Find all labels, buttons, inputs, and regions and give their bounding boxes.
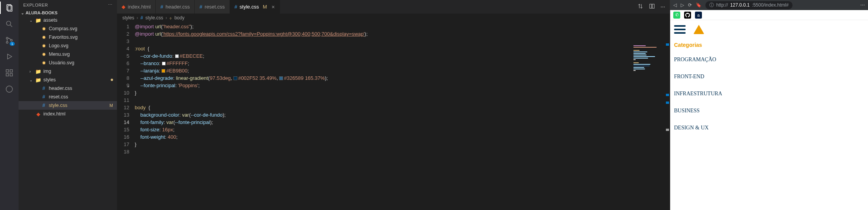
info-icon: ⓘ — [709, 2, 714, 9]
svg-icon: ✸ — [40, 26, 47, 32]
svg-point-6 — [10, 40, 12, 41]
css-icon: # — [40, 103, 47, 108]
tab-reset-css[interactable]: #reset.css — [195, 0, 230, 14]
logo-icon[interactable] — [693, 25, 704, 34]
devtools-toolbar: ◁ ▷ ⟳ 🔖 ⓘ http://127.0.0.1:5500/index.ht… — [670, 0, 868, 10]
svg-rect-13 — [650, 4, 652, 9]
file-svg[interactable]: ✸Compras.svg — [19, 24, 117, 33]
html-icon: ◆ — [122, 4, 125, 10]
project-name: ALURA-BOOKS — [26, 10, 58, 15]
html-icon: ◆ — [35, 111, 42, 117]
activity-bar: 1 — [0, 0, 19, 210]
close-icon[interactable]: × — [272, 4, 275, 10]
url-bar[interactable]: ⓘ http://127.0.0.1:5500/index.html# — [705, 1, 793, 9]
code-editor[interactable]: 123456789⌄101112131415161718 @import url… — [117, 22, 670, 210]
file-svg[interactable]: ✸Favoritos.svg — [19, 33, 117, 41]
sidebar-more-icon[interactable]: ⋯ — [108, 2, 113, 7]
svg-point-4 — [6, 37, 8, 39]
back-icon[interactable]: ◁ — [673, 2, 677, 8]
debug-icon[interactable] — [5, 52, 14, 61]
tab-style-css[interactable]: #style.cssM× — [230, 0, 280, 14]
more-icon[interactable]: ⋯ — [860, 2, 865, 8]
file-css-active[interactable]: #style.cssM — [19, 101, 117, 110]
github-icon[interactable] — [5, 84, 14, 94]
svg-marker-7 — [7, 54, 12, 59]
categorias-label: Categorias — [670, 39, 868, 51]
folder-assets[interactable]: ⌄📁assets — [19, 16, 117, 24]
alura-icon[interactable]: a — [695, 12, 702, 19]
sidebar-header: EXPLORER ⋯ — [19, 0, 117, 10]
category-menu: PROGRAMAÇÃO FRONT-END INFRAESTRUTURA BUS… — [670, 51, 868, 136]
project-root[interactable]: ⌄ ALURA-BOOKS — [19, 10, 117, 16]
css-icon: # — [40, 94, 47, 100]
svg-point-5 — [6, 41, 8, 43]
css-icon: # — [40, 86, 47, 91]
tab-header-css[interactable]: #header.css — [156, 0, 195, 14]
explorer-icon[interactable] — [5, 3, 14, 12]
forward-icon[interactable]: ▷ — [681, 2, 684, 8]
line-gutter: 123456789⌄101112131415161718 — [117, 22, 135, 210]
menu-item[interactable]: BUSINESS — [670, 102, 868, 119]
more-icon[interactable]: ⋯ — [660, 4, 665, 10]
svg-point-2 — [7, 21, 11, 26]
menu-item[interactable]: PROGRAMAÇÃO — [670, 51, 868, 68]
svg-rect-11 — [10, 70, 12, 72]
bookmark-icon[interactable]: 🔖 — [696, 2, 702, 8]
compare-icon[interactable] — [637, 3, 643, 10]
svg-line-3 — [10, 25, 12, 27]
svg-rect-9 — [6, 74, 9, 76]
menu-item[interactable]: INFRAESTRUTURA — [670, 85, 868, 102]
file-svg[interactable]: ✸Logo.svg — [19, 41, 117, 50]
folder-icon: 📁 — [35, 17, 42, 23]
github-icon[interactable] — [684, 12, 691, 19]
svg-point-12 — [6, 86, 13, 93]
breadcrumb[interactable]: styles› #style.css› ⬨body — [117, 14, 670, 22]
file-tree: ⌄📁assets ✸Compras.svg ✸Favoritos.svg ✸Lo… — [19, 16, 117, 118]
chevron-down-icon: ⌄ — [29, 18, 35, 22]
file-svg[interactable]: ✸Usuário.svg — [19, 59, 117, 67]
menu-item[interactable]: FRONT-END — [670, 68, 868, 85]
whatsapp-icon[interactable]: ✆ — [673, 12, 680, 19]
file-svg[interactable]: ✸Menu.svg — [19, 50, 117, 59]
overview-ruler[interactable] — [664, 36, 670, 210]
css-icon: # — [199, 4, 202, 10]
tab-actions: ⋯ — [637, 0, 670, 14]
file-css[interactable]: #reset.css — [19, 93, 117, 101]
editor-area: ◆index.html #header.css #reset.css #styl… — [117, 0, 670, 210]
split-icon[interactable] — [649, 3, 655, 10]
reload-icon[interactable]: ⟳ — [688, 2, 692, 8]
css-icon: # — [141, 15, 143, 21]
menu-item[interactable]: DESIGN & UX — [670, 119, 868, 136]
extension-bar: ✆ a — [670, 10, 868, 20]
folder-icon: 📁 — [35, 69, 42, 74]
svg-icon: ✸ — [40, 60, 47, 66]
modified-dot — [111, 79, 113, 81]
explorer-sidebar: EXPLORER ⋯ ⌄ ALURA-BOOKS ⌄📁assets ✸Compr… — [19, 0, 117, 210]
css-icon: # — [235, 4, 237, 10]
folder-img[interactable]: ›📁img — [19, 67, 117, 76]
svg-icon: ✸ — [40, 52, 47, 57]
svg-rect-8 — [6, 70, 9, 72]
scm-badge: 1 — [10, 42, 15, 46]
file-css[interactable]: #header.css — [19, 84, 117, 93]
file-html[interactable]: ◆index.html — [19, 110, 117, 118]
search-icon[interactable] — [5, 19, 14, 29]
folder-styles[interactable]: ⌄📁styles — [19, 76, 117, 84]
chevron-right-icon: › — [29, 69, 35, 74]
source-control-icon[interactable]: 1 — [5, 36, 14, 45]
extensions-icon[interactable] — [5, 68, 14, 77]
folder-icon: 📁 — [35, 77, 42, 83]
svg-rect-14 — [652, 4, 654, 9]
code-content[interactable]: @import url("header.css");@import url('h… — [135, 22, 670, 210]
page-header — [670, 20, 868, 39]
sidebar-title: EXPLORER — [23, 3, 48, 7]
browser-panel: ◁ ▷ ⟳ 🔖 ⓘ http://127.0.0.1:5500/index.ht… — [670, 0, 868, 210]
minimap[interactable] — [633, 45, 664, 100]
tab-index-html[interactable]: ◆index.html — [117, 0, 156, 14]
rendered-page: Categorias PROGRAMAÇÃO FRONT-END INFRAES… — [670, 20, 868, 210]
chevron-down-icon: ⌄ — [21, 11, 24, 15]
hamburger-icon[interactable] — [674, 25, 686, 34]
editor-tabs: ◆index.html #header.css #reset.css #styl… — [117, 0, 670, 14]
svg-icon: ✸ — [40, 43, 47, 49]
svg-rect-10 — [10, 74, 12, 76]
